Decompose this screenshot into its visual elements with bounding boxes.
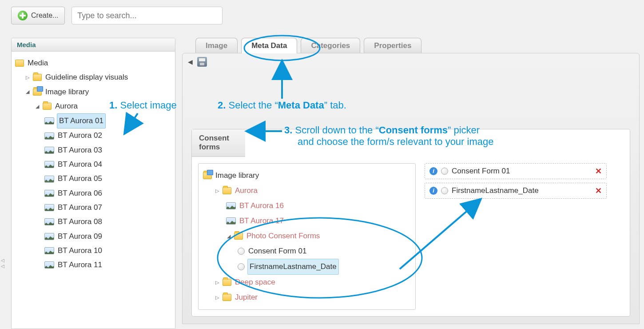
picker-node-aurora[interactable]: ▷ Aurora bbox=[215, 183, 411, 198]
selected-consent-item[interactable]: i Consent Form 01 ✕ bbox=[425, 163, 607, 179]
tree-node-guideline[interactable]: ▷ Guideline display visuals bbox=[25, 70, 171, 84]
folder-icon bbox=[223, 294, 231, 301]
document-icon bbox=[441, 168, 448, 175]
tab-bar: Image Meta Data Categories Properties bbox=[182, 38, 640, 53]
remove-icon[interactable]: ✕ bbox=[595, 186, 602, 196]
folder-library-icon bbox=[33, 88, 42, 96]
picker-node-image[interactable]: BT Aurora 16 bbox=[226, 198, 411, 213]
collapse-icon[interactable]: ◢ bbox=[226, 233, 231, 239]
tab-properties[interactable]: Properties bbox=[364, 38, 421, 53]
image-icon bbox=[44, 233, 54, 240]
consent-forms-header: Consent forms bbox=[192, 129, 245, 157]
expand-icon[interactable]: ▷ bbox=[215, 188, 220, 193]
folder-icon bbox=[223, 279, 231, 286]
tab-categories[interactable]: Categories bbox=[301, 38, 360, 53]
tree-node-media-root[interactable]: Media bbox=[15, 56, 171, 70]
picker-node-image[interactable]: BT Aurora 17 bbox=[226, 213, 411, 229]
document-icon bbox=[238, 248, 245, 255]
tab-body: ◀ Consent forms Image library ▷ Aurora bbox=[182, 53, 640, 324]
document-icon bbox=[238, 263, 245, 270]
search-input[interactable] bbox=[72, 7, 223, 24]
image-icon bbox=[226, 217, 236, 225]
back-arrow-icon[interactable]: ◀ bbox=[188, 58, 193, 65]
tree-node-image[interactable]: BT Aurora 07 bbox=[44, 201, 171, 215]
expand-icon[interactable]: ▷ bbox=[215, 280, 220, 285]
info-icon[interactable]: i bbox=[429, 167, 437, 175]
tab-meta-data[interactable]: Meta Data bbox=[241, 38, 297, 53]
image-icon bbox=[44, 132, 54, 140]
panel-collapse-handles[interactable]: ◁◁ bbox=[1, 258, 4, 269]
image-icon bbox=[44, 190, 54, 197]
image-icon bbox=[44, 247, 54, 254]
folder-library-icon bbox=[203, 172, 212, 179]
consent-forms-picker-tree: Image library ▷ Aurora BT Aurora 16 BT A… bbox=[198, 163, 416, 310]
tree-node-image[interactable]: BT Aurora 10 bbox=[44, 244, 171, 258]
folder-icon bbox=[33, 74, 42, 81]
tree-node-aurora[interactable]: ◢ Aurora bbox=[35, 99, 171, 113]
create-button[interactable]: Create... bbox=[11, 7, 65, 24]
picker-node-photo-consent-forms[interactable]: ◢ Photo Consent Forms bbox=[226, 229, 411, 244]
selected-consent-forms: i Consent Form 01 ✕ i FirstnameLastname_… bbox=[425, 163, 607, 310]
save-icon[interactable] bbox=[197, 57, 207, 67]
tree-node-image[interactable]: BT Aurora 06 bbox=[44, 186, 171, 201]
tab-image[interactable]: Image bbox=[195, 38, 238, 53]
tree-node-image[interactable]: BT Aurora 01 bbox=[44, 113, 171, 128]
create-button-label: Create... bbox=[31, 12, 58, 20]
folder-icon bbox=[223, 187, 231, 194]
info-icon[interactable]: i bbox=[429, 187, 437, 195]
picker-node-consent-form[interactable]: Consent Form 01 bbox=[238, 244, 411, 259]
tree-node-image[interactable]: BT Aurora 09 bbox=[44, 229, 171, 244]
collapse-icon[interactable]: ◢ bbox=[25, 89, 30, 95]
remove-icon[interactable]: ✕ bbox=[595, 166, 602, 176]
picker-node-consent-form[interactable]: FirstnameLastname_Date bbox=[238, 259, 411, 275]
plus-icon bbox=[18, 11, 28, 20]
image-icon bbox=[44, 261, 54, 269]
picker-node-image-library[interactable]: Image library bbox=[203, 168, 411, 183]
media-tree: Media ▷ Guideline display visuals ◢ Imag… bbox=[12, 52, 175, 277]
tree-node-image[interactable]: BT Aurora 11 bbox=[44, 258, 171, 272]
media-tree-header: Media bbox=[12, 38, 175, 52]
image-icon bbox=[44, 161, 54, 168]
tree-node-image-library[interactable]: ◢ Image library bbox=[25, 85, 171, 99]
selected-item-label: Consent Form 01 bbox=[452, 167, 510, 176]
document-icon bbox=[441, 187, 448, 194]
main-panel: Image Meta Data Categories Properties ◀ … bbox=[182, 38, 640, 329]
expand-icon[interactable]: ▷ bbox=[215, 295, 220, 300]
image-icon bbox=[44, 218, 54, 225]
folder-icon bbox=[234, 233, 243, 240]
media-tree-panel: Media Media ▷ Guideline display visuals … bbox=[11, 38, 175, 329]
folder-icon bbox=[43, 103, 52, 110]
consent-forms-panel: Consent forms Image library ▷ Aurora bbox=[191, 129, 630, 317]
expand-icon[interactable]: ▷ bbox=[25, 75, 30, 80]
top-toolbar: Create... bbox=[11, 4, 640, 27]
image-icon bbox=[44, 147, 54, 154]
image-icon bbox=[44, 176, 54, 183]
tree-node-image[interactable]: BT Aurora 02 bbox=[44, 128, 171, 143]
picker-node-jupiter[interactable]: ▷ Jupiter bbox=[215, 290, 411, 305]
selected-item-label: FirstnameLastname_Date bbox=[452, 186, 539, 195]
image-icon bbox=[226, 202, 236, 209]
tree-node-image[interactable]: BT Aurora 04 bbox=[44, 157, 171, 172]
tab-toolbar: ◀ bbox=[183, 53, 639, 70]
picker-node-deep-space[interactable]: ▷ Deep space bbox=[215, 275, 411, 290]
collapse-icon[interactable]: ◢ bbox=[35, 104, 40, 109]
tree-node-image[interactable]: BT Aurora 05 bbox=[44, 172, 171, 186]
tree-node-image[interactable]: BT Aurora 08 bbox=[44, 215, 171, 229]
image-icon bbox=[44, 204, 54, 211]
selected-consent-item[interactable]: i FirstnameLastname_Date ✕ bbox=[425, 183, 607, 199]
tree-node-image[interactable]: BT Aurora 03 bbox=[44, 143, 171, 157]
image-icon bbox=[44, 117, 54, 124]
folder-icon bbox=[15, 60, 24, 67]
